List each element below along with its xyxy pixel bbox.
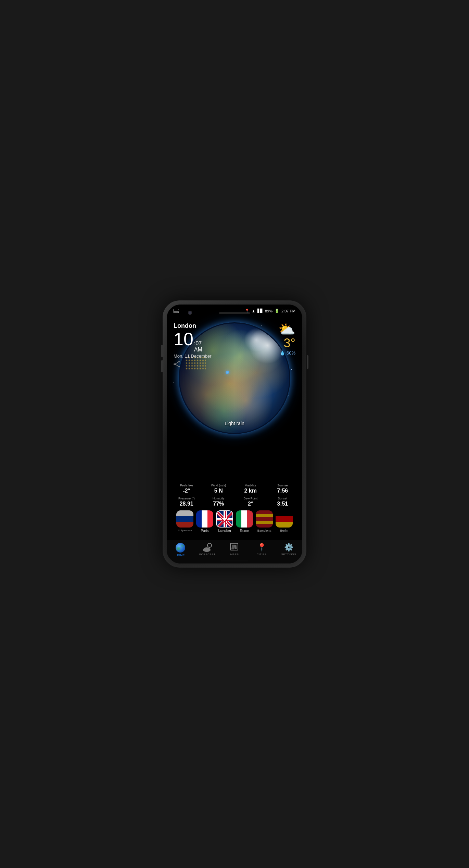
humidity-stat-label: Humidity <box>204 497 233 500</box>
humidity-percent: 60% <box>287 350 295 356</box>
svg-rect-13 <box>224 511 226 528</box>
feels-like-label: Feels like <box>172 484 201 487</box>
volume-down-button[interactable] <box>161 360 163 372</box>
flag-uk <box>216 510 233 528</box>
location-marker <box>226 371 229 374</box>
city-selector: * Ulyanovsk Paris <box>167 510 302 533</box>
status-right: 📍 ▲ ▋▊ 89% 🔋 2:07 PM <box>245 309 295 313</box>
city-item-paris[interactable]: Paris <box>196 510 213 533</box>
nav-cities-label: CITIES <box>257 553 267 556</box>
svg-line-4 <box>175 364 178 366</box>
home-icon <box>176 543 185 553</box>
wifi-icon: ▲ <box>252 309 255 313</box>
dew-point-label: Dew Point <box>236 497 265 500</box>
time-ampm: AM <box>194 347 202 353</box>
battery-icon: 🔋 <box>275 309 279 313</box>
flag-de <box>276 510 293 528</box>
nav-home[interactable]: HOME <box>167 543 194 557</box>
city-item-ulyanovsk[interactable]: * Ulyanovsk <box>176 510 193 533</box>
sunrise-value: 7:56 <box>268 488 297 494</box>
city-label-london: London <box>218 529 231 533</box>
share-button[interactable] <box>174 361 180 369</box>
location-icon: 📍 <box>245 309 250 313</box>
humidity-display: 💧 60% <box>280 350 295 356</box>
nav-home-label: HOME <box>176 554 185 557</box>
nav-settings-label: SETTINGS <box>281 553 296 556</box>
volume-up-button[interactable] <box>161 345 163 357</box>
settings-icon: ⚙️ <box>284 543 293 552</box>
feels-like-value: -2° <box>172 488 201 494</box>
city-label-ulyanovsk: * Ulyanovsk <box>178 529 192 532</box>
nav-maps[interactable]: MAPS <box>221 543 248 557</box>
svg-line-8 <box>217 511 233 528</box>
flag-ru <box>176 510 193 528</box>
svg-line-3 <box>175 362 178 364</box>
nav-forecast-label: FORECAST <box>199 553 216 556</box>
weather-condition-label: Light rain <box>225 421 244 426</box>
weather-stats-grid: Feels like -2° Wind (m/s) 5 N Visibility… <box>167 484 302 507</box>
time-display: 10 :07 AM <box>174 330 212 353</box>
phone-screen-inner: 📍 ▲ ▋▊ 89% 🔋 2:07 PM London 10 :07 <box>167 305 302 563</box>
svg-point-1 <box>178 366 180 367</box>
wind-stat: Wind (m/s) 5 N <box>204 484 233 494</box>
svg-rect-5 <box>217 511 233 528</box>
clock-time: 2:07 PM <box>281 309 295 313</box>
city-item-barcelona[interactable]: Barcelona <box>256 510 273 533</box>
status-bar: 📍 ▲ ▋▊ 89% 🔋 2:07 PM <box>167 305 302 315</box>
nav-settings[interactable]: ⚙️ SETTINGS <box>275 543 302 557</box>
sunrise-label: Sunrise <box>268 484 297 487</box>
svg-line-9 <box>217 511 233 528</box>
city-time-block: London 10 :07 AM Mon, 11 December <box>174 322 212 359</box>
sunset-label: Sunset <box>268 497 297 500</box>
city-name: London <box>174 322 212 330</box>
flag-es <box>256 510 273 528</box>
visibility-label: Visibility <box>236 484 265 487</box>
city-label-barcelona: Barcelona <box>257 529 271 532</box>
sunrise-stat: Sunrise 7:56 <box>268 484 297 494</box>
svg-line-7 <box>217 511 233 528</box>
svg-rect-12 <box>217 519 233 521</box>
time-minute: :07 <box>194 340 202 347</box>
notification-icon <box>174 309 179 313</box>
svg-point-2 <box>174 363 175 365</box>
humidity-stat-value: 77% <box>204 501 233 507</box>
maps-icon <box>230 543 239 552</box>
nav-forecast[interactable]: FORECAST <box>194 543 221 557</box>
weather-cloud-icon: ⛅ <box>278 322 295 336</box>
app-screen: 📍 ▲ ▋▊ 89% 🔋 2:07 PM London 10 :07 <box>167 305 302 563</box>
city-label-paris: Paris <box>201 529 209 533</box>
signal-bars: ▋▊ <box>257 309 263 313</box>
power-button[interactable] <box>307 355 308 369</box>
nav-maps-label: MAPS <box>230 553 239 556</box>
forecast-icon <box>203 543 212 552</box>
flag-fr <box>196 510 213 528</box>
phone-device: 📍 ▲ ▋▊ 89% 🔋 2:07 PM London 10 :07 <box>163 300 306 568</box>
flag-it <box>236 510 253 528</box>
svg-point-0 <box>178 361 180 362</box>
bottom-navigation: HOME FORECAST <box>167 540 302 563</box>
wind-label: Wind (m/s) <box>204 484 233 487</box>
visibility-value: 2 km <box>236 488 265 494</box>
date-display: Mon, 11 December <box>174 354 212 359</box>
dew-point-stat: Dew Point 2° <box>236 497 265 507</box>
svg-line-6 <box>217 511 233 528</box>
city-label-rome: Rome <box>240 529 249 533</box>
temperature-display: 3° <box>284 336 295 350</box>
svg-rect-10 <box>217 518 233 521</box>
battery-percent: 89% <box>265 309 272 313</box>
pressure-value: 28.91 <box>172 501 201 507</box>
visibility-stat: Visibility 2 km <box>236 484 265 494</box>
feels-like-stat: Feels like -2° <box>172 484 201 494</box>
svg-rect-11 <box>224 511 227 528</box>
nav-cities[interactable]: 📍 CITIES <box>248 543 275 557</box>
city-label-berlin: Berlin <box>280 529 288 532</box>
city-item-berlin[interactable]: Berlin <box>276 510 293 533</box>
wind-value: 5 N <box>204 488 233 494</box>
dew-point-value: 2° <box>236 501 265 507</box>
city-item-london[interactable]: London <box>216 510 233 533</box>
pressure-stat: Pressure (") 28.91 <box>172 497 201 507</box>
status-left <box>174 309 179 313</box>
city-item-rome[interactable]: Rome <box>236 510 253 533</box>
weather-widget: ⛅ 3° 💧 60% <box>278 322 295 356</box>
pressure-label: Pressure (") <box>172 497 201 500</box>
